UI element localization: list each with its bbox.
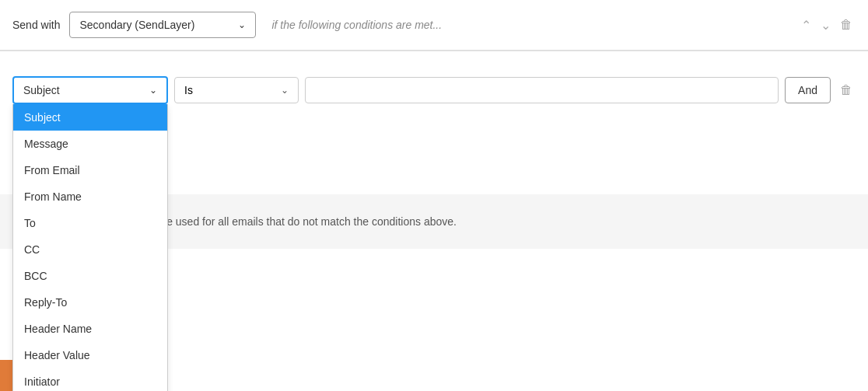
bottom-text-after: will be used for all emails that do not … <box>142 215 457 228</box>
dropdown-item-message[interactable]: Message <box>13 131 167 157</box>
dropdown-item-to[interactable]: To <box>13 210 167 236</box>
dropdown-item-cc[interactable]: CC <box>13 236 167 263</box>
dropdown-item-header-name[interactable]: Header Name <box>13 316 167 342</box>
condition-row: Subject ⌄ Subject Message From Email Fro… <box>0 64 868 117</box>
connection-dropdown[interactable]: Secondary (SendLayer) ⌄ <box>69 12 256 38</box>
top-bar: Send with Secondary (SendLayer) ⌄ if the… <box>0 0 868 51</box>
dropdown-item-reply-to[interactable]: Reply-To <box>13 289 167 316</box>
operator-chevron-down-icon: ⌄ <box>281 85 289 96</box>
move-up-button[interactable]: ⌃ <box>798 15 814 36</box>
value-input[interactable] <box>305 77 779 103</box>
dropdown-item-from-email[interactable]: From Email <box>13 157 167 183</box>
dropdown-item-bcc[interactable]: BCC <box>13 263 167 289</box>
operator-dropdown-value: Is <box>184 84 193 96</box>
send-with-label: Send with <box>12 19 60 31</box>
field-dropdown-menu: Subject Message From Email From Name To … <box>12 104 168 391</box>
field-dropdown[interactable]: Subject ⌄ <box>12 76 168 104</box>
and-button[interactable]: And <box>785 77 831 103</box>
chevron-down-icon: ⌄ <box>238 19 246 30</box>
dropdown-item-header-value[interactable]: Header Value <box>13 342 167 368</box>
move-down-button[interactable]: ⌄ <box>817 15 834 36</box>
dropdown-item-from-name[interactable]: From Name <box>13 183 167 210</box>
field-dropdown-value: Subject <box>23 84 60 96</box>
operator-dropdown[interactable]: Is ⌄ <box>174 77 299 103</box>
delete-condition-button[interactable]: 🗑 <box>837 80 856 100</box>
delete-rule-button[interactable]: 🗑 <box>837 15 856 35</box>
connection-dropdown-value: Secondary (SendLayer) <box>79 19 194 31</box>
conditions-text: if the following conditions are met... <box>265 19 789 31</box>
field-dropdown-wrapper: Subject ⌄ Subject Message From Email Fro… <box>12 76 168 104</box>
dropdown-item-initiator[interactable]: Initiator <box>13 368 167 391</box>
field-chevron-down-icon: ⌄ <box>149 85 157 96</box>
dropdown-item-subject[interactable]: Subject <box>13 104 167 131</box>
top-controls: ⌃ ⌄ 🗑 <box>798 15 856 36</box>
